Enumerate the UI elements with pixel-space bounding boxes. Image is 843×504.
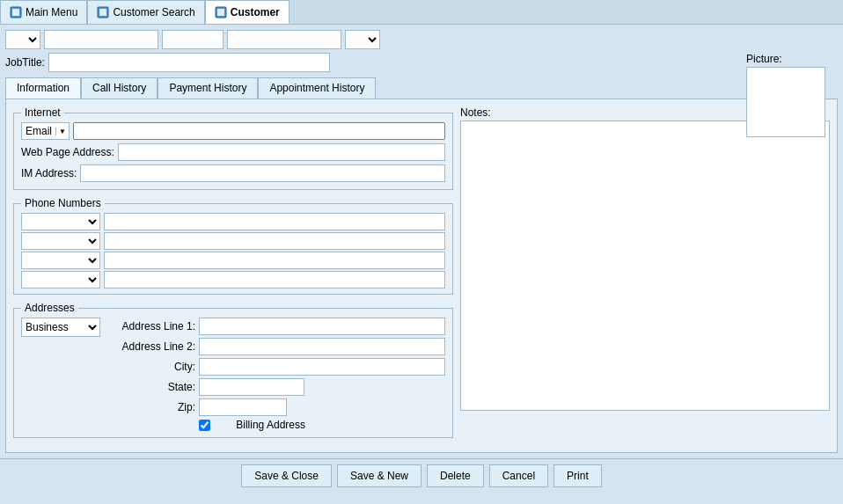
phone-number-2[interactable]	[104, 232, 445, 250]
internet-legend: Internet	[21, 106, 64, 119]
picture-box	[746, 67, 825, 137]
tab-main-menu-label: Main Menu	[26, 6, 77, 18]
webpage-row: Web Page Address:	[21, 143, 445, 161]
email-row: Email ▼	[21, 122, 445, 140]
tab-customer-search-label: Customer Search	[113, 6, 194, 18]
jobtitle-label: JobTitle:	[5, 56, 45, 69]
svg-rect-3	[99, 9, 106, 16]
addresses-legend: Addresses	[21, 302, 78, 314]
notes-textarea[interactable]	[460, 121, 830, 411]
print-button[interactable]: Print	[553, 464, 602, 487]
subtab-call-history[interactable]: Call History	[81, 77, 158, 99]
top-form: Test Customer	[5, 30, 838, 49]
email-dropdown-arrow[interactable]: ▼	[55, 128, 69, 135]
address-state-input[interactable]: Test ST	[199, 378, 304, 396]
phone-row-1	[21, 213, 445, 230]
right-panel: Notes:	[460, 106, 830, 445]
phone-legend: Phone Numbers	[21, 197, 105, 209]
phone-number-4[interactable]	[104, 271, 445, 289]
address-line1-row: Address Line 1: Test Address	[107, 318, 445, 335]
bottom-bar: Save & Close Save & New Delete Cancel Pr…	[0, 458, 843, 493]
tab-customer[interactable]: Customer	[205, 0, 290, 24]
phone-type-3[interactable]	[21, 252, 100, 269]
phone-row-4	[21, 271, 445, 289]
first-name-input[interactable]: Test	[44, 30, 158, 49]
phone-row-3	[21, 252, 445, 269]
left-panel: Internet Email ▼ Web Page Address: IM Ad…	[13, 106, 453, 445]
name-suffix-select[interactable]	[345, 30, 380, 49]
picture-section: Picture:	[746, 53, 834, 137]
save-new-button[interactable]: Save & New	[337, 464, 422, 487]
address-line2-label: Address Line 2:	[107, 340, 195, 353]
name-prefix-select[interactable]	[5, 30, 40, 49]
im-label: IM Address:	[21, 167, 77, 179]
billing-checkbox[interactable]	[199, 420, 210, 431]
address-line1-input[interactable]: Test Address	[199, 318, 445, 335]
phone-number-3[interactable]	[104, 252, 445, 269]
tab-customer-label: Customer	[231, 6, 280, 18]
addresses-section: Addresses Business Home Other Address Li…	[13, 302, 453, 438]
doc-icon	[215, 6, 227, 18]
address-line2-row: Address Line 2:	[107, 338, 445, 355]
billing-label: Billing Address	[217, 419, 305, 431]
phone-type-4[interactable]	[21, 271, 100, 289]
middle-name-input[interactable]	[162, 30, 224, 49]
address-inner: Business Home Other Address Line 1: Test…	[21, 318, 445, 434]
cancel-button[interactable]: Cancel	[489, 464, 548, 487]
email-type-select[interactable]: Email ▼	[21, 122, 70, 140]
address-zip-input[interactable]: 99999	[199, 398, 287, 416]
address-city-input[interactable]: Test City	[199, 358, 445, 376]
address-state-row: State: Test ST	[107, 378, 445, 396]
delete-button[interactable]: Delete	[427, 464, 484, 487]
address-line2-input[interactable]	[199, 338, 445, 355]
im-input[interactable]	[80, 164, 445, 182]
save-close-button[interactable]: Save & Close	[241, 464, 332, 487]
address-zip-label: Zip:	[107, 401, 195, 413]
im-row: IM Address:	[21, 164, 445, 182]
address-zip-row: Zip: 99999	[107, 398, 445, 416]
title-bar: Main Menu Customer Search Customer	[0, 0, 843, 25]
address-type-select[interactable]: Business Home Other	[21, 318, 100, 337]
svg-rect-5	[217, 9, 224, 16]
jobtitle-row: JobTitle:	[5, 53, 838, 72]
phone-section: Phone Numbers	[13, 197, 453, 295]
phone-row-2	[21, 232, 445, 250]
svg-rect-1	[12, 9, 19, 16]
phone-type-2[interactable]	[21, 232, 100, 250]
address-state-label: State:	[107, 381, 195, 393]
subtab-information[interactable]: Information	[5, 77, 81, 99]
last-name-input[interactable]: Customer	[227, 30, 341, 49]
content-panel: Internet Email ▼ Web Page Address: IM Ad…	[5, 99, 838, 453]
address-type-select-wrap: Business Home Other	[21, 318, 100, 434]
webpage-input[interactable]	[118, 143, 445, 161]
subtab-payment-history[interactable]: Payment History	[158, 77, 258, 99]
home-icon	[10, 6, 22, 18]
address-fields: Address Line 1: Test Address Address Lin…	[107, 318, 445, 434]
webpage-label: Web Page Address:	[21, 146, 114, 158]
email-input[interactable]	[73, 122, 445, 140]
subtab-appointment-history[interactable]: Appointment History	[258, 77, 376, 99]
search-icon	[97, 6, 109, 18]
address-line1-label: Address Line 1:	[107, 320, 195, 332]
tab-main-menu[interactable]: Main Menu	[0, 0, 87, 24]
jobtitle-input[interactable]	[48, 53, 330, 72]
billing-address-row: Billing Address	[107, 419, 445, 431]
picture-label: Picture:	[746, 53, 834, 65]
sub-tabs: Information Call History Payment History…	[5, 77, 838, 99]
address-city-label: City:	[107, 361, 195, 373]
address-city-row: City: Test City	[107, 358, 445, 376]
internet-section: Internet Email ▼ Web Page Address: IM Ad…	[13, 106, 453, 190]
phone-number-1[interactable]	[104, 213, 445, 230]
phone-type-1[interactable]	[21, 213, 100, 230]
tab-customer-search[interactable]: Customer Search	[87, 0, 204, 24]
